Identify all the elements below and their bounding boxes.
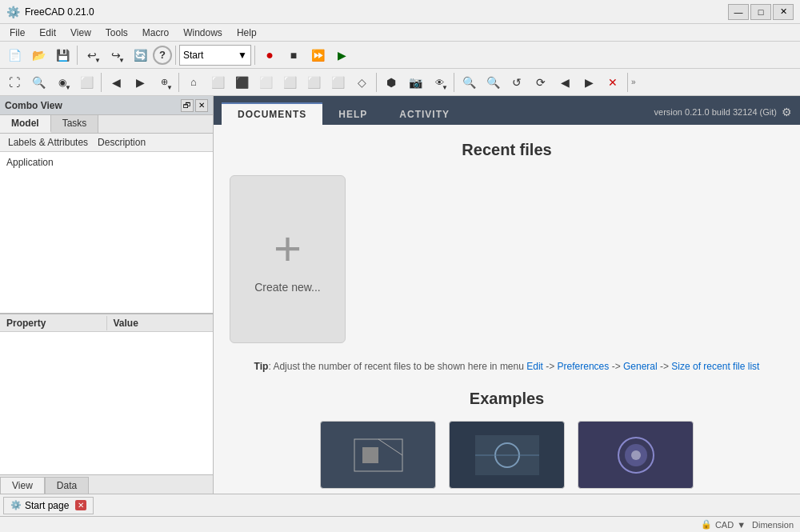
undo-button[interactable]: ↩ ▼ — [81, 44, 103, 66]
version-text: version 0.21.0 build 32124 (Git) — [654, 107, 777, 117]
forward-view-button[interactable]: ▶ — [129, 71, 151, 94]
menu-windows[interactable]: Windows — [177, 26, 229, 40]
zoom-out-button[interactable]: 🔍 — [482, 71, 504, 94]
examples-title: Examples — [230, 390, 784, 408]
create-new-card[interactable]: + Create new... — [230, 175, 346, 343]
tab-help[interactable]: HELP — [322, 102, 383, 125]
next-button[interactable]: ▶ — [578, 71, 600, 94]
combo-view-header: Combo View 🗗 ✕ — [0, 96, 213, 115]
example-preview-2 — [467, 431, 547, 479]
recent-files-title: Recent files — [230, 141, 784, 159]
tip-label: Tip — [254, 361, 269, 372]
back-view-button[interactable]: ◀ — [105, 71, 127, 94]
open-file-button[interactable]: 📂 — [27, 44, 50, 66]
data-tab[interactable]: Data — [45, 477, 89, 494]
left-view-button[interactable]: ⬜ — [302, 71, 325, 94]
refresh-button[interactable]: 🔄 — [129, 44, 151, 66]
page-tab-close-button[interactable]: ✕ — [75, 500, 86, 510]
right-view-button[interactable]: ⬜ — [254, 71, 277, 94]
menu-help[interactable]: Help — [230, 26, 263, 40]
rear-view-button[interactable]: ⬜ — [278, 71, 301, 94]
bounding-box-button[interactable]: ⬜ — [75, 71, 98, 94]
separator-8 — [627, 73, 628, 92]
separator-7 — [454, 73, 454, 92]
new-file-button[interactable]: 📄 — [3, 44, 26, 66]
nav-cube-button[interactable]: ↺ — [506, 71, 528, 94]
stereo-button[interactable]: 👁 ▼ — [428, 71, 450, 94]
status-dimension: Dimension — [752, 520, 794, 530]
front-view-button[interactable]: ⬜ — [206, 71, 229, 94]
home-view-button[interactable]: ⌂ — [182, 71, 205, 94]
menu-macro[interactable]: Macro — [136, 26, 175, 40]
toolbar-row-2: ⛶ 🔍 ◉ ▼ ⬜ ◀ ▶ ⊕ ▼ ⌂ ⬜ ⬛ ⬜ ⬜ ⬜ ⬜ ◇ ⬢ 📷 👁 … — [0, 69, 800, 96]
labels-attributes-btn[interactable]: Labels & Attributes — [3, 135, 93, 150]
separator-1 — [77, 46, 78, 65]
files-grid: + Create new... — [230, 175, 784, 343]
save-button[interactable]: 💾 — [51, 44, 74, 66]
settings-gear-icon[interactable]: ⚙ — [782, 106, 792, 118]
workbench-label: Start — [183, 50, 203, 61]
sync-button2[interactable]: ⟳ — [530, 71, 552, 94]
property-col-header: Property — [0, 316, 107, 330]
plus-icon: + — [274, 225, 302, 273]
execute-macro-button[interactable]: ⏩ — [306, 44, 329, 66]
bottom-panel-tabs: View Data — [0, 474, 213, 494]
help-button[interactable]: ? — [153, 46, 172, 65]
play-macro-button[interactable]: ▶ — [330, 44, 353, 66]
separator-2 — [175, 46, 176, 65]
page-tab-icon: ⚙️ — [10, 500, 22, 510]
menu-view[interactable]: View — [64, 26, 98, 40]
fit-selection-button[interactable]: 🔍 — [27, 71, 50, 94]
minimize-button[interactable]: — — [728, 4, 749, 20]
example-card-2[interactable] — [449, 421, 565, 489]
separator-4 — [101, 73, 102, 92]
svg-line-2 — [378, 439, 402, 455]
menu-edit[interactable]: Edit — [33, 26, 62, 40]
menu-tools[interactable]: Tools — [99, 26, 134, 40]
zoom-in-button[interactable]: 🔍 — [458, 71, 480, 94]
content-tabs: DOCUMENTS HELP ACTIVITY version 0.21.0 b… — [214, 96, 800, 125]
workbench-dropdown[interactable]: Start ▼ — [179, 45, 251, 66]
tab-activity[interactable]: ACTIVITY — [383, 102, 466, 125]
iso-view-button[interactable]: ◇ — [350, 71, 373, 94]
stop-macro-button[interactable]: ■ — [282, 44, 305, 66]
top-view-button[interactable]: ⬛ — [230, 71, 253, 94]
record-macro-button[interactable]: ● — [258, 44, 281, 66]
main-layout: Combo View 🗗 ✕ Model Tasks Labels & Attr… — [0, 96, 800, 494]
left-panel: Combo View 🗗 ✕ Model Tasks Labels & Attr… — [0, 96, 214, 494]
right-content: DOCUMENTS HELP ACTIVITY version 0.21.0 b… — [214, 96, 800, 494]
draw-style-button[interactable]: ◉ ▼ — [51, 71, 74, 94]
property-panel: Property Value — [0, 314, 213, 474]
tab-documents[interactable]: DOCUMENTS — [222, 102, 322, 125]
menu-bar: File Edit View Tools Macro Windows Help — [0, 24, 800, 42]
more-tools-icon[interactable]: » — [631, 78, 636, 86]
menu-file[interactable]: File — [3, 26, 31, 40]
content-body: Recent files + Create new... Tip: Adjust… — [214, 125, 800, 494]
status-dimension-label: Dimension — [752, 520, 794, 530]
description-btn[interactable]: Description — [93, 135, 150, 150]
status-cad-label: CAD — [715, 520, 734, 530]
app-icon: ⚙️ — [6, 6, 20, 18]
example-card-1[interactable] — [320, 421, 436, 489]
close-button[interactable]: ✕ — [773, 4, 794, 20]
tab-tasks[interactable]: Tasks — [51, 115, 99, 133]
combo-restore-button[interactable]: 🗗 — [181, 99, 194, 112]
status-cad-arrow: ▼ — [737, 520, 746, 530]
sync-view-button[interactable]: ⊕ ▼ — [153, 71, 175, 94]
close-view-button[interactable]: ✕ — [602, 71, 624, 94]
tab-model[interactable]: Model — [0, 115, 51, 133]
page-tab-label: Start page — [25, 500, 69, 511]
fit-all-button[interactable]: ⛶ — [3, 71, 26, 94]
separator-5 — [178, 73, 179, 92]
redo-button[interactable]: ↪ ▼ — [105, 44, 127, 66]
maximize-button[interactable]: □ — [750, 4, 771, 20]
example-card-3[interactable] — [578, 421, 694, 489]
view-tab[interactable]: View — [0, 477, 45, 494]
combo-close-button[interactable]: ✕ — [195, 99, 208, 112]
view-menu-button[interactable]: ⬢ — [380, 71, 402, 94]
camera-button[interactable]: 📷 — [404, 71, 426, 94]
prev-button[interactable]: ◀ — [554, 71, 576, 94]
example-preview-3 — [596, 431, 676, 479]
bottom-view-button[interactable]: ⬜ — [326, 71, 349, 94]
page-tab[interactable]: ⚙️ Start page ✕ — [3, 497, 94, 514]
